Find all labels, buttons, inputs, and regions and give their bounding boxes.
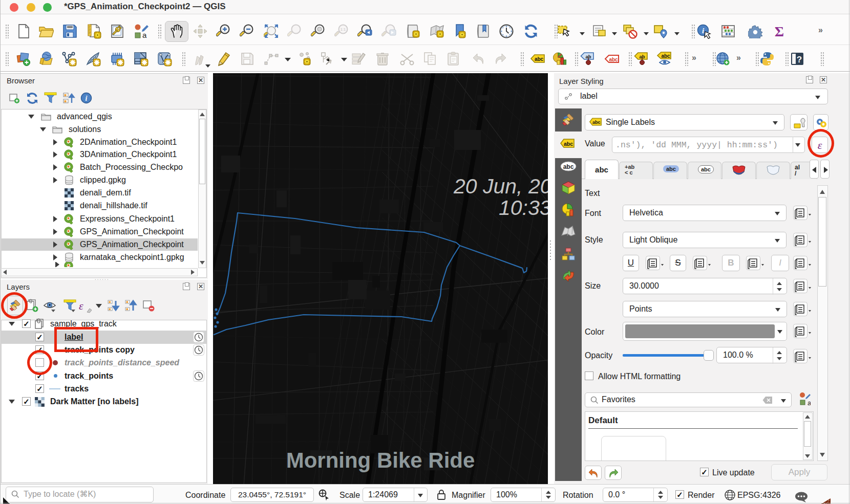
svg-text:i: i [86, 95, 88, 102]
svg-text:Σ: Σ [775, 24, 784, 39]
svg-text:a: a [808, 399, 811, 407]
svg-text:1:1: 1:1 [341, 27, 346, 32]
svg-text:abc: abc [535, 56, 544, 62]
svg-text:abc: abc [563, 163, 574, 170]
svg-text:abc: abc [564, 141, 573, 147]
svg-text:abc: abc [661, 53, 670, 59]
svg-text:a: a [142, 31, 147, 39]
svg-text:abc: abc [592, 120, 601, 125]
svg-text:abc: abc [609, 57, 618, 62]
svg-text:?: ? [797, 55, 802, 64]
svg-text:20 Jun, 20: 20 Jun, 20 [453, 174, 548, 198]
svg-text:Morning Bike Ride: Morning Bike Ride [286, 448, 475, 472]
svg-text:10:33: 10:33 [499, 196, 548, 220]
